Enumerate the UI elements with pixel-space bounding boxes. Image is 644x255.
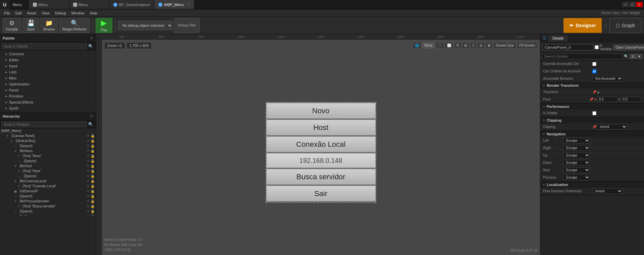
tab-wbp[interactable]: WBP_Menu ✕ — [154, 0, 195, 9]
pin-icon[interactable]: 📌 — [592, 90, 596, 94]
eye-icon[interactable]: 👁 — [87, 189, 90, 193]
eye-icon[interactable]: 👁 — [87, 139, 90, 143]
transform-expand-icon[interactable]: ► — [597, 90, 601, 94]
localization-header[interactable]: ▼ Localization — [540, 182, 644, 188]
hierarchy-item-spacer-3[interactable]: ↔ [Spacer] 👁 🔒 — [0, 174, 96, 179]
details-name-input[interactable] — [542, 44, 593, 50]
debug-filter-button[interactable]: Debug Filter — [174, 18, 200, 33]
eye-icon[interactable]: 👁 — [87, 164, 90, 168]
hierarchy-close-icon[interactable]: ✕ — [90, 114, 93, 119]
hierarchy-item-btnsair[interactable]: ▼ BtnSair 👁 🔒 — [0, 214, 96, 215]
designer-button[interactable]: ✏ Designer — [564, 18, 602, 33]
lock-icon[interactable]: 🔒 — [91, 184, 95, 188]
screen-size-select[interactable]: Screen Size — [493, 42, 516, 49]
lock-icon[interactable]: 🔒 — [91, 154, 95, 158]
palette-item-optimization[interactable]: ▶ Optimization — [0, 81, 96, 87]
tab-menu2[interactable]: Menu — [69, 0, 109, 9]
compile-button[interactable]: ⚙ Compile — [3, 18, 21, 33]
lock-icon[interactable]: 🔒 — [91, 134, 95, 138]
hierarchy-item-text-host[interactable]: T [Text] "Host" 👁 🔒 — [0, 169, 96, 174]
menu-window[interactable]: Window — [68, 10, 87, 16]
close-button[interactable]: ✕ — [636, 2, 643, 7]
browse-button[interactable]: 📁 Browse — [41, 18, 58, 33]
is-volatile-checkbox[interactable] — [592, 111, 596, 115]
pivot-y-input[interactable] — [621, 97, 641, 102]
tab-menu1[interactable]: Menu — [29, 0, 69, 9]
hierarchy-item-btnprocura[interactable]: ▼ BtnProcuraServidor 👁 🔒 — [0, 199, 96, 204]
edt-server-ip[interactable]: 192.168.0.148 — [266, 153, 376, 168]
btn-busca-servidor[interactable]: Busca servidor — [266, 169, 376, 185]
lock-icon[interactable]: 🔒 — [91, 179, 95, 183]
title-menu-item[interactable]: Menu — [9, 1, 25, 8]
palette-item-common[interactable]: ▶ Common — [0, 51, 96, 57]
pin-icon3[interactable]: 📌 — [592, 125, 596, 129]
border-button[interactable]: ⬜ — [445, 42, 453, 49]
eye-icon[interactable]: 👁 — [87, 214, 90, 215]
lock-icon[interactable]: 🔒 — [91, 164, 95, 168]
palette-item-lists[interactable]: ▶ Lists — [0, 69, 96, 75]
nav-previous-select[interactable]: Escape — [563, 175, 590, 180]
palette-item-primitive[interactable]: ▶ Primitive — [0, 93, 96, 99]
btn-conexao-local[interactable]: Conexão Local — [266, 136, 376, 152]
details-search-input[interactable] — [542, 53, 623, 59]
eye-icon[interactable]: 👁 — [87, 159, 90, 163]
play-button[interactable]: ▶ Play — [96, 18, 112, 33]
override-accessible-checkbox[interactable] — [592, 62, 596, 66]
lock-icon[interactable]: 🔒 — [91, 194, 95, 198]
btn-host[interactable]: Host — [266, 119, 376, 135]
btn-sair[interactable]: Sair — [266, 185, 376, 201]
hierarchy-item-spacer-5[interactable]: ↔ [Spacer] 👁 🔒 — [0, 209, 96, 214]
hierarchy-item-spacer-1[interactable]: ↔ [Spacer] 👁 🔒 — [0, 143, 96, 148]
pin-icon2[interactable]: 📌 — [589, 98, 593, 101]
eye-icon[interactable]: 👁 — [87, 169, 90, 173]
hierarchy-item-wbp-menu[interactable]: [WBP_Menu] — [0, 128, 96, 133]
hierarchy-item-vertical-box[interactable]: ▼ [Vertical Box] 👁 🔒 — [0, 138, 96, 143]
save-button[interactable]: 💾 Save — [22, 18, 39, 33]
tab-details[interactable]: Details — [548, 35, 568, 42]
eye-icon[interactable]: 👁 — [87, 154, 90, 158]
hierarchy-item-btnnovo[interactable]: ▼ BtnNovo 👁 🔒 — [0, 148, 96, 153]
nav-next-select[interactable]: Escape — [563, 167, 590, 173]
lock-icon[interactable]: 🔒 — [91, 144, 95, 148]
palette-item-editor[interactable]: ▶ Editor — [0, 57, 96, 63]
render-transform-header[interactable]: ▼ Render Transform — [540, 82, 644, 88]
fill-screen-select[interactable]: Fill Screen — [517, 42, 537, 49]
menu-help[interactable]: Help — [87, 10, 100, 16]
eye-icon[interactable]: 👁 — [87, 199, 90, 203]
menu-file[interactable]: File — [1, 10, 13, 16]
palette-item-panel[interactable]: ▶ Panel — [0, 87, 96, 93]
hierarchy-item-btnhost[interactable]: ▼ BtnHost 👁 🔒 — [0, 164, 96, 169]
grid-button[interactable]: ⊞ — [462, 42, 469, 49]
snap-button[interactable]: ⊠ — [485, 42, 493, 49]
hierarchy-item-btnconexaolocal[interactable]: ▼ BtnConexaoLocal 👁 🔒 — [0, 179, 96, 184]
hierarchy-item-edtserverip[interactable]: ▣ EdtServerIP 👁 🔒 — [0, 189, 96, 194]
palette-close-icon[interactable]: ✕ — [90, 36, 93, 41]
widget-reflector-button[interactable]: 🔍 Widget Reflector — [59, 18, 90, 33]
nav-down-select[interactable]: Escape — [563, 160, 590, 166]
eye-icon[interactable]: 👁 — [87, 144, 90, 148]
fill-button[interactable]: ⬛ — [435, 42, 444, 49]
eye-icon[interactable]: 👁 — [87, 149, 90, 153]
lock-icon[interactable]: 🔒 — [91, 159, 95, 163]
eye-icon[interactable]: 👁 — [87, 194, 90, 198]
hierarchy-item-text-conexaolocal[interactable]: T [Text] "Conexão Local" 👁 🔒 — [0, 184, 96, 189]
palette-item-misc[interactable]: ▶ Misc — [0, 75, 96, 81]
nav-up-select[interactable]: Escape — [563, 152, 590, 158]
minimize-button[interactable]: ─ — [622, 2, 629, 7]
r-button[interactable]: R — [454, 42, 461, 49]
lock-icon[interactable]: 🔒 — [91, 149, 95, 153]
lock-icon[interactable]: 🔒 — [91, 204, 95, 208]
eye-icon[interactable]: 👁 — [87, 209, 90, 213]
settings-icon[interactable]: ⚙ — [534, 249, 537, 252]
align-button[interactable]: ⊟ — [477, 42, 485, 49]
palette-search-input[interactable] — [1, 43, 87, 49]
lock-icon[interactable]: 🔒 — [91, 174, 95, 178]
clipping-select[interactable]: Inherit — [597, 124, 627, 130]
lock-icon[interactable]: 🔒 — [91, 214, 95, 215]
graph-button[interactable]: ⬡ Graph — [609, 18, 641, 33]
nav-left-select[interactable]: Escape — [563, 138, 590, 143]
details-list-view-button[interactable]: ☰ — [630, 54, 636, 59]
nav-right-select[interactable]: Escape — [563, 145, 590, 151]
can-children-checkbox[interactable] — [592, 69, 596, 73]
menu-debug[interactable]: Debug — [52, 10, 68, 16]
